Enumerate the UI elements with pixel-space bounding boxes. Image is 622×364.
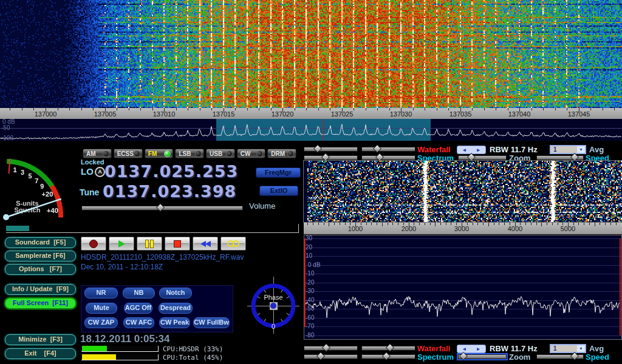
spectrum-brightness-slider-bottom[interactable] — [304, 354, 358, 359]
dsp-cw-zap-button[interactable]: CW ZAP — [84, 317, 118, 328]
slider-thumb[interactable] — [316, 352, 325, 360]
loop-button[interactable] — [220, 237, 246, 251]
dsp-cw-peak-button[interactable]: CW Peak — [159, 317, 190, 328]
mode-cw-led-icon — [256, 150, 263, 157]
mode-lsb-button[interactable]: LSB — [175, 149, 204, 158]
dsp-notch-button[interactable]: Notch — [159, 288, 192, 298]
squelch-indicator[interactable] — [6, 226, 29, 231]
af-db-label: -40 — [306, 297, 314, 303]
dsp-cw-afc-button[interactable]: CW AFC — [123, 317, 154, 328]
af-scale-tick — [430, 223, 431, 225]
agc-lock-badge[interactable]: A — [95, 167, 105, 177]
 — [145, 240, 149, 248]
sidebar-item-options[interactable]: Options [F7] — [5, 264, 76, 275]
mode-lsb-led-icon — [195, 150, 202, 157]
rf-scale-tick — [22, 108, 22, 110]
rf-scale-tick — [555, 108, 556, 110]
mode-fm-button[interactable]: FM — [145, 149, 174, 158]
mode-usb-button[interactable]: USB — [206, 149, 235, 158]
scroll-right-icon[interactable]: ▸ — [477, 346, 480, 352]
play-button[interactable] — [109, 237, 134, 251]
playback-controls — [81, 237, 246, 251]
spectrum-contrast-slider-bottom[interactable] — [361, 354, 415, 359]
af-db-label: -70 — [306, 323, 314, 329]
lo-frequency-display[interactable]: 0137.025.253 — [104, 163, 238, 180]
mode-drm-button[interactable]: DRM — [267, 149, 296, 158]
af-scale-label: 3000 — [445, 225, 478, 232]
waterfall-scroll-bottom[interactable]: ◂▸ — [457, 345, 486, 353]
mode-ecss-button[interactable]: ECSS — [114, 149, 143, 158]
af-db-label: -80 — [306, 332, 314, 339]
spectrum-contrast-slider-top[interactable] — [361, 155, 415, 160]
af-scale-tick — [334, 223, 335, 225]
mode-label: DRM — [271, 150, 285, 157]
slider-thumb[interactable] — [386, 343, 394, 352]
volume-slider[interactable] — [81, 206, 243, 211]
dsp-despread-button[interactable]: Despread — [159, 303, 193, 314]
dsp-nr-button[interactable]: NR — [84, 288, 118, 298]
spectrum-brightness-slider-top[interactable] — [304, 155, 358, 160]
rf-scale-tick — [259, 108, 259, 110]
zoom-slider-top[interactable] — [458, 155, 507, 160]
speed-slider-top[interactable] — [536, 155, 584, 160]
af-scale-tick — [307, 223, 308, 225]
avg-select-bottom[interactable]: 1▾ — [550, 344, 586, 353]
af-freq-scale[interactable]: 10002000300040005000 — [304, 223, 622, 234]
dsp-nb-button[interactable]: NB — [123, 288, 155, 298]
af-waterfall-display[interactable] — [304, 161, 622, 222]
rf-scale-tick — [614, 108, 615, 110]
s-meter[interactable] — [0, 146, 79, 228]
rf-scale-label: 137000 — [29, 110, 62, 118]
zoom-slider-bottom[interactable] — [458, 354, 507, 359]
waterfall-brightness-slider-bottom[interactable] — [304, 346, 358, 351]
rf-waterfall-display[interactable] — [0, 0, 622, 108]
mode-fm-led-icon — [164, 150, 171, 157]
sidebar-item-soundcard[interactable]: Soundcard [F5] — [5, 237, 76, 248]
speed-slider-bottom[interactable] — [536, 354, 584, 359]
rf-scale-tick — [81, 108, 82, 110]
dsp-agc-off-button[interactable]: AGC Off — [124, 303, 152, 314]
slider-thumb[interactable] — [313, 144, 322, 153]
slider-thumb[interactable] — [382, 352, 391, 360]
sidebar-item-exit[interactable]: Exit [F4] — [5, 348, 76, 359]
mode-cw-button[interactable]: CW — [237, 149, 266, 158]
af-scale-tick — [494, 223, 494, 225]
rf-scale-tick — [140, 108, 141, 110]
rf-spectrum-display[interactable] — [0, 119, 622, 141]
record-icon — [89, 240, 98, 248]
waterfall-contrast-slider-bottom[interactable] — [361, 346, 415, 351]
record-button[interactable] — [81, 237, 106, 251]
mode-ecss-led-icon — [134, 150, 140, 157]
af-scale-tick — [382, 223, 383, 226]
sidebar-item-info-update[interactable]: Info / Update [F9] — [5, 284, 76, 295]
spectrum-label: Spectrum — [417, 353, 454, 361]
dsp-mute-button[interactable]: Mute — [86, 303, 117, 314]
rewind-button[interactable] — [193, 237, 218, 251]
sidebar-item-full-screen[interactable]: Full Screen [F11] — [5, 298, 76, 309]
mode-am-button[interactable]: AM — [83, 149, 112, 158]
avg-select-top[interactable]: 1▾ — [550, 145, 586, 154]
waterfall-brightness-slider-top[interactable] — [304, 147, 358, 152]
tune-label: Tune — [80, 187, 99, 197]
rf-freq-scale[interactable]: 1370001370051370101370151370201370251370… — [0, 108, 622, 119]
tune-frequency-display[interactable]: 0137.023.398 — [103, 183, 236, 200]
extio-button[interactable]: ExtIO — [259, 186, 298, 196]
pause-button[interactable] — [137, 237, 162, 251]
dsp-cw-fullbw-button[interactable]: CW FullBw — [193, 317, 230, 328]
af-spectrum-display[interactable] — [304, 235, 621, 339]
volume-slider-thumb[interactable] — [156, 203, 165, 212]
rewind-icon — [200, 241, 211, 247]
slider-thumb[interactable] — [459, 352, 468, 360]
waterfall-contrast-slider-top[interactable] — [361, 147, 415, 152]
slider-thumb[interactable] — [322, 343, 330, 352]
freqmgr-button[interactable]: FreqMgr — [256, 167, 301, 178]
scroll-right-icon[interactable]: ▸ — [477, 147, 480, 153]
avg-select-value: 1 — [551, 146, 577, 153]
slider-thumb[interactable] — [570, 352, 579, 360]
scroll-left-icon[interactable]: ◂ — [463, 147, 466, 153]
sidebar-item-samplerate[interactable]: Samplerate [F6] — [5, 251, 76, 261]
sidebar-item-minimize[interactable]: Minimize [F3] — [5, 334, 76, 345]
slider-thumb[interactable] — [373, 144, 381, 153]
stop-button[interactable] — [165, 237, 190, 251]
display-controls-bottom: Waterfall◂▸RBW 11.7 Hz1▾AvgSpectrumZoomS… — [302, 344, 622, 361]
